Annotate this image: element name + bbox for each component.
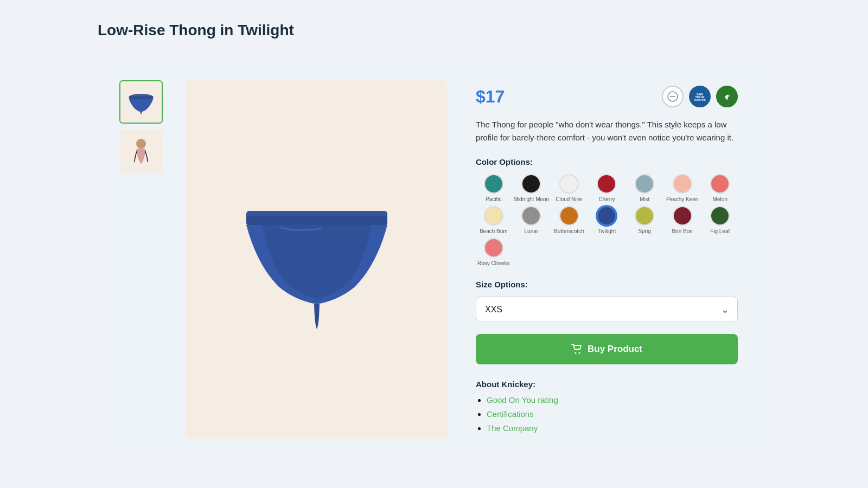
- cart-icon: [571, 344, 582, 355]
- color-name-label: Mist: [640, 196, 649, 203]
- color-name-label: Twilight: [598, 228, 616, 235]
- color-grid: PacificMidnight MoonCloud NineCherryMist…: [476, 174, 738, 267]
- product-container: $17 FAIR TRADE CERTIFIED: [98, 59, 770, 460]
- main-product-image: [186, 80, 448, 439]
- color-swatch: [484, 174, 503, 194]
- color-option-lunar[interactable]: Lunar: [514, 206, 550, 235]
- color-swatch: [484, 206, 503, 226]
- svg-point-12: [575, 352, 576, 354]
- color-option-butterscotch[interactable]: Butterscotch: [551, 206, 587, 235]
- price-row: $17 FAIR TRADE CERTIFIED: [476, 86, 738, 107]
- size-label: Size Options:: [476, 280, 738, 289]
- svg-text:CERTIFIED: CERTIFIED: [694, 99, 705, 101]
- product-details: $17 FAIR TRADE CERTIFIED: [465, 80, 749, 439]
- color-option-cloud-nine[interactable]: Cloud Nine: [551, 174, 587, 203]
- color-swatch: [559, 174, 579, 194]
- color-option-midnight-moon[interactable]: Midnight Moon: [514, 174, 550, 203]
- color-label: Color Options:: [476, 157, 738, 166]
- color-swatch: [597, 174, 616, 194]
- color-name-label: Peachy Keen: [666, 196, 699, 203]
- thumbnail-1[interactable]: [119, 80, 163, 124]
- color-swatch: [673, 174, 692, 194]
- badge-green-cert: [716, 86, 738, 107]
- about-link[interactable]: The Company: [487, 423, 538, 433]
- product-description: The Thong for people "who don't wear tho…: [476, 118, 738, 144]
- badge-fairtrade: FAIR TRADE CERTIFIED: [689, 86, 711, 107]
- color-name-label: Butterscotch: [554, 228, 584, 235]
- color-swatch: [484, 238, 503, 258]
- color-name-label: Sprig: [638, 228, 650, 235]
- color-name-label: Lunar: [525, 228, 539, 235]
- color-name-label: Fig Leaf: [710, 228, 730, 235]
- color-swatch: [635, 206, 654, 226]
- color-name-label: Beach Bum: [480, 228, 508, 235]
- about-section: About Knickey: Good On You ratingCertifi…: [476, 380, 738, 433]
- size-select[interactable]: XXSXSSMLXL2X3X: [476, 297, 738, 322]
- color-swatch: [673, 206, 692, 226]
- color-swatch: [710, 174, 730, 194]
- color-option-beach-bum[interactable]: Beach Bum: [476, 206, 512, 235]
- badge-icon-1: [662, 86, 684, 107]
- color-option-rosy-cheeks[interactable]: Rosy Cheeks: [476, 238, 512, 267]
- color-swatch: [635, 174, 654, 194]
- about-title: About Knickey:: [476, 380, 738, 389]
- buy-product-button[interactable]: Buy Product: [476, 334, 738, 364]
- about-links: Good On You ratingCertificationsThe Comp…: [476, 395, 738, 433]
- color-swatch: [710, 206, 730, 226]
- color-option-melon[interactable]: Melon: [702, 174, 738, 203]
- size-select-wrapper: XXSXSSMLXL2X3X ⌄: [476, 297, 738, 322]
- color-option-cherry[interactable]: Cherry: [589, 174, 625, 203]
- about-link-item: Certifications: [487, 409, 738, 419]
- color-option-bon-bon[interactable]: Bon Bon: [665, 206, 700, 235]
- size-section: Size Options: XXSXSSMLXL2X3X ⌄: [476, 280, 738, 322]
- color-name-label: Cherry: [598, 196, 615, 203]
- color-name-label: Melon: [713, 196, 727, 203]
- color-name-label: Bon Bon: [672, 228, 692, 235]
- badge-group: FAIR TRADE CERTIFIED: [662, 86, 738, 107]
- color-swatch: [559, 206, 579, 226]
- color-option-mist[interactable]: Mist: [627, 174, 662, 203]
- color-option-peachy-keen[interactable]: Peachy Keen: [665, 174, 700, 203]
- color-name-label: Pacific: [486, 196, 501, 203]
- thumbnail-list: [119, 80, 168, 439]
- color-option-sprig[interactable]: Sprig: [627, 206, 662, 235]
- about-link-item: The Company: [487, 423, 738, 433]
- color-name-label: Cloud Nine: [556, 196, 582, 203]
- product-price: $17: [476, 87, 505, 107]
- svg-point-13: [578, 352, 580, 354]
- buy-button-label: Buy Product: [588, 344, 642, 355]
- svg-rect-1: [129, 97, 154, 99]
- color-swatch: [597, 206, 616, 226]
- about-link[interactable]: Good On You rating: [487, 395, 558, 404]
- about-link[interactable]: Certifications: [487, 409, 534, 419]
- color-option-fig-leaf[interactable]: Fig Leaf: [702, 206, 738, 235]
- svg-point-2: [136, 139, 146, 149]
- about-link-item: Good On You rating: [487, 395, 738, 405]
- color-swatch: [521, 206, 541, 226]
- color-swatch: [521, 174, 541, 194]
- page-title: Low-Rise Thong in Twilight: [98, 22, 770, 39]
- thumbnail-2[interactable]: [119, 130, 163, 174]
- color-name-label: Midnight Moon: [514, 196, 550, 203]
- color-option-pacific[interactable]: Pacific: [476, 174, 512, 203]
- svg-rect-4: [246, 211, 387, 216]
- color-option-twilight[interactable]: Twilight: [589, 206, 625, 235]
- color-name-label: Rosy Cheeks: [477, 260, 509, 267]
